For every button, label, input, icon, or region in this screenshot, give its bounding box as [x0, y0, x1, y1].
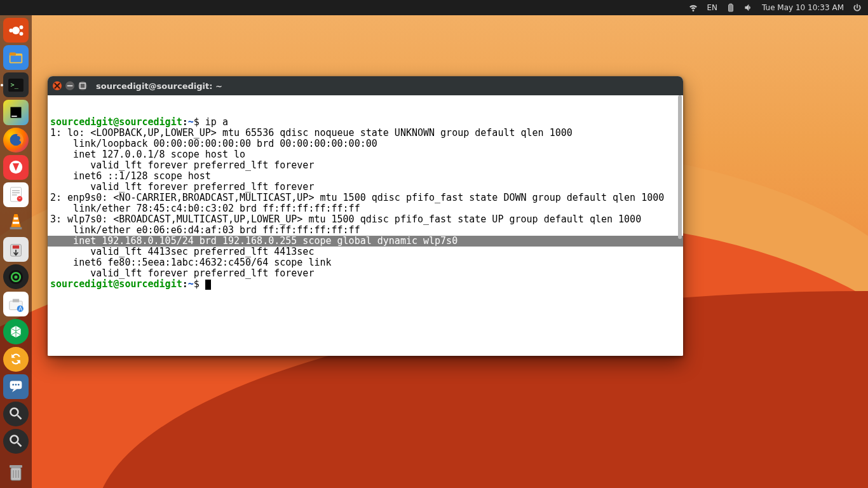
terminal-line: valid_lft forever preferred_lft forever	[48, 268, 683, 279]
svg-text:>_: >_	[11, 81, 19, 89]
svg-rect-6	[11, 55, 22, 62]
top-bar: EN Tue May 10 10:33 AM	[0, 0, 868, 15]
terminal-line: 3: wlp7s0: <BROADCAST,MULTICAST,UP,LOWER…	[48, 214, 683, 225]
launcher-terminal[interactable]: >_	[3, 72, 29, 97]
terminal-line: link/ether e0:06:e6:d4:af:03 brd ff:ff:f…	[48, 225, 683, 236]
sound-indicator[interactable]	[744, 3, 753, 12]
wifi-indicator[interactable]	[689, 3, 698, 12]
svg-point-2	[20, 32, 24, 36]
window-maximize-button[interactable]	[78, 81, 87, 90]
launcher-obs[interactable]	[3, 264, 29, 289]
svg-rect-39	[10, 465, 22, 468]
terminal-body[interactable]: sourcedigit@sourcedigit:~$ ip a1: lo: <L…	[48, 95, 683, 356]
launcher-files[interactable]	[3, 45, 29, 70]
svg-rect-20	[10, 227, 22, 229]
launcher-vivaldi[interactable]	[3, 155, 29, 180]
launcher-magnifier-1[interactable]	[3, 402, 29, 426]
svg-line-35	[18, 416, 22, 419]
terminal-line: inet6 ::1/128 scope host	[48, 171, 683, 182]
svg-point-32	[15, 384, 17, 386]
terminal-line: 2: enp9s0: <NO-CARRIER,BROADCAST,MULTICA…	[48, 193, 683, 203]
terminal-line: inet 127.0.0.1/8 scope host lo	[48, 149, 683, 160]
launcher-transmission[interactable]	[3, 237, 29, 262]
battery-indicator[interactable]	[726, 3, 735, 12]
svg-point-34	[11, 409, 18, 416]
svg-line-37	[18, 443, 22, 447]
svg-point-31	[12, 384, 14, 386]
svg-point-25	[14, 275, 17, 278]
launcher-sync[interactable]	[3, 347, 29, 372]
svg-point-33	[18, 384, 20, 386]
svg-rect-44	[80, 83, 85, 88]
terminal-line: sourcedigit@sourcedigit:~$ ip a	[48, 117, 683, 128]
launcher-jetbrains[interactable]	[3, 100, 29, 125]
terminal-cursor	[205, 280, 211, 290]
svg-rect-10	[11, 116, 17, 117]
terminal-line: inet6 fe80::5eea:1abc:4632:c450/64 scope…	[48, 257, 683, 268]
terminal-line: inet 192.168.0.105/24 brd 192.168.0.255 …	[48, 236, 683, 247]
power-menu[interactable]	[853, 3, 862, 12]
svg-point-1	[20, 25, 24, 29]
svg-point-36	[11, 436, 18, 444]
launcher-gedit[interactable]	[3, 182, 29, 207]
terminal-line: valid_lft 4413sec preferred_lft 4413sec	[48, 247, 683, 257]
launcher-magnifier-2[interactable]	[3, 429, 29, 454]
input-language-label: EN	[707, 3, 717, 12]
launcher-vlc[interactable]	[3, 210, 29, 234]
clock[interactable]: Tue May 10 10:33 AM	[762, 3, 844, 12]
clock-text: Tue May 10 10:33 AM	[762, 3, 844, 12]
window-titlebar[interactable]: sourcedigit@sourcedigit: ~	[48, 76, 683, 95]
launcher-chat[interactable]	[3, 374, 29, 399]
terminal-line: link/loopback 00:00:00:00:00:00 brd 00:0…	[48, 139, 683, 149]
input-language[interactable]: EN	[707, 3, 717, 12]
window-minimize-button[interactable]	[65, 81, 74, 90]
launcher-software[interactable]: A	[3, 292, 29, 316]
terminal-line: valid_lft forever preferred_lft forever	[48, 160, 683, 171]
launcher-dock: >_ A	[0, 15, 32, 488]
launcher-firefox[interactable]	[3, 128, 29, 152]
launcher-show-applications[interactable]	[3, 18, 29, 43]
terminal-scrollbar[interactable]	[677, 95, 683, 356]
terminal-line: valid_lft forever preferred_lft forever	[48, 182, 683, 193]
svg-rect-27	[13, 299, 19, 302]
svg-text:A: A	[18, 306, 22, 312]
terminal-line: 1: lo: <LOOPBACK,UP,LOWER_UP> mtu 65536 …	[48, 128, 683, 139]
window-title: sourcedigit@sourcedigit: ~	[96, 81, 222, 91]
launcher-trash[interactable]	[3, 459, 29, 484]
launcher-balena[interactable]	[3, 319, 29, 344]
svg-rect-5	[10, 52, 16, 55]
terminal-window[interactable]: sourcedigit@sourcedigit: ~ sourcedigit@s…	[48, 76, 683, 356]
scrollbar-thumb[interactable]	[678, 95, 682, 239]
svg-rect-22	[13, 245, 19, 248]
svg-rect-19	[13, 222, 19, 224]
running-indicator	[1, 84, 3, 86]
window-close-button[interactable]	[53, 81, 62, 90]
svg-rect-18	[14, 218, 18, 220]
svg-point-0	[12, 27, 20, 34]
terminal-prompt[interactable]: sourcedigit@sourcedigit:~$	[48, 279, 683, 290]
terminal-line: link/ether 78:45:c4:b0:c3:02 brd ff:ff:f…	[48, 203, 683, 214]
svg-point-3	[9, 29, 13, 32]
